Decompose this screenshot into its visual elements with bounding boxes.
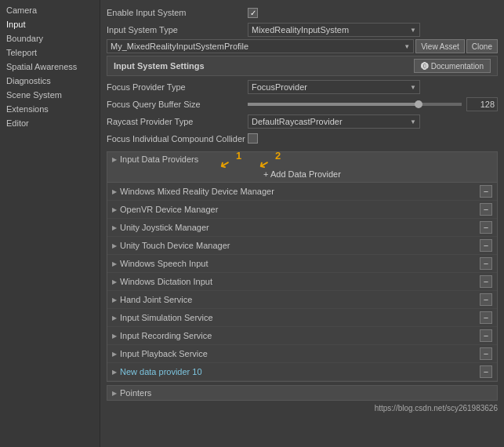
- provider-triangle-icon: ▶: [112, 351, 117, 358]
- provider-triangle-icon: ▶: [112, 242, 117, 249]
- focus-provider-type-dropdown[interactable]: FocusProvider ▼: [248, 80, 420, 94]
- providers-header[interactable]: ▶ Input Data Providers: [107, 152, 497, 166]
- input-system-type-label: Input System Type: [107, 25, 248, 35]
- focus-individual-label: Focus Individual Compound Collider: [107, 134, 248, 144]
- slider-handle-icon: [415, 100, 422, 108]
- provider-remove-new10-button[interactable]: −: [480, 365, 492, 378]
- sidebar-item-teleport[interactable]: Teleport: [0, 45, 100, 60]
- provider-name-dictation: Windows Dictation Input: [120, 277, 480, 286]
- sidebar: Camera Input Boundary Teleport Spatial A…: [0, 0, 100, 447]
- provider-remove-joystick-button[interactable]: −: [480, 221, 492, 234]
- sidebar-item-input[interactable]: Input: [0, 17, 100, 31]
- main-content: Enable Input System ✓ Input System Type …: [100, 0, 504, 447]
- provider-name-handjoint: Hand Joint Service: [120, 295, 480, 304]
- focus-provider-dropdown-arrow-icon: ▼: [410, 84, 416, 91]
- provider-name-simulation: Input Simulation Service: [120, 313, 480, 322]
- add-provider-button[interactable]: + Add Data Provider: [107, 166, 497, 183]
- pointers-header[interactable]: ▶ Pointers: [107, 386, 497, 400]
- pointers-header-label: Pointers: [120, 388, 151, 398]
- profile-dropdown[interactable]: My_MixedRealityInputSystemProfile ▼: [107, 39, 414, 53]
- documentation-button[interactable]: ⓿ Documentation: [414, 59, 491, 73]
- provider-item-speech[interactable]: ▶ Windows Speech Input −: [107, 255, 497, 273]
- provider-item-openvr[interactable]: ▶ OpenVR Device Manager −: [107, 201, 497, 219]
- provider-triangle-icon: ▶: [112, 224, 117, 231]
- raycast-provider-value: DefaultRaycastProvider ▼: [248, 114, 498, 129]
- providers-header-label: Input Data Providers: [120, 154, 198, 164]
- provider-name-wmrdm: Windows Mixed Reality Device Manager: [120, 187, 480, 196]
- view-asset-button[interactable]: View Asset: [415, 39, 465, 53]
- input-system-type-value: MixedRealityInputSystem ▼: [248, 23, 498, 37]
- focus-query-buffer-slider[interactable]: [248, 103, 462, 106]
- provider-name-joystick: Unity Joystick Manager: [120, 223, 480, 232]
- provider-remove-wmrdm-button[interactable]: −: [480, 185, 492, 198]
- raycast-provider-row: Raycast Provider Type DefaultRaycastProv…: [107, 114, 498, 129]
- provider-triangle-icon: ▶: [112, 260, 117, 267]
- input-system-type-dropdown[interactable]: MixedRealityInputSystem ▼: [248, 23, 420, 37]
- focus-query-buffer-label: Focus Query Buffer Size: [107, 100, 248, 109]
- providers-section-wrapper: 1 2 ➜ ➜ ▶ Input Data Providers + Add Dat…: [107, 151, 498, 382]
- provider-item-joystick[interactable]: ▶ Unity Joystick Manager −: [107, 219, 497, 237]
- focus-provider-type-row: Focus Provider Type FocusProvider ▼: [107, 79, 498, 95]
- sidebar-item-scene-system[interactable]: Scene System: [0, 88, 100, 102]
- provider-triangle-icon: ▶: [112, 369, 117, 376]
- provider-item-playback[interactable]: ▶ Input Playback Service −: [107, 345, 497, 363]
- provider-name-touch: Unity Touch Device Manager: [120, 241, 480, 250]
- provider-triangle-icon: ▶: [112, 314, 117, 322]
- provider-remove-dictation-button[interactable]: −: [480, 275, 492, 288]
- sidebar-item-diagnostics[interactable]: Diagnostics: [0, 74, 100, 88]
- slider-fill: [248, 103, 419, 106]
- focus-provider-type-value: FocusProvider ▼: [248, 80, 498, 94]
- provider-name-playback: Input Playback Service: [120, 349, 480, 358]
- providers-section: ▶ Input Data Providers + Add Data Provid…: [107, 151, 498, 382]
- provider-remove-touch-button[interactable]: −: [480, 239, 492, 252]
- provider-item-dictation[interactable]: ▶ Windows Dictation Input −: [107, 273, 497, 291]
- input-system-settings-header: Input System Settings ⓿ Documentation: [107, 56, 498, 76]
- raycast-provider-dropdown[interactable]: DefaultRaycastProvider ▼: [248, 114, 420, 129]
- enable-input-system-value: ✓: [248, 8, 498, 18]
- enable-input-system-label: Enable Input System: [107, 8, 248, 17]
- provider-item-new10[interactable]: 3 ➜ ▶ New data provider 10 −: [107, 363, 497, 381]
- provider-triangle-icon: ▶: [112, 296, 117, 303]
- sidebar-item-camera[interactable]: Camera: [0, 3, 100, 17]
- provider-item-simulation[interactable]: ▶ Input Simulation Service −: [107, 309, 497, 327]
- sidebar-item-extensions[interactable]: Extensions: [0, 102, 100, 116]
- sidebar-item-editor[interactable]: Editor: [0, 116, 100, 130]
- provider-remove-recording-button[interactable]: −: [480, 329, 492, 342]
- focus-query-buffer-row: Focus Query Buffer Size: [107, 96, 498, 112]
- providers-triangle-icon: ▶: [112, 156, 117, 163]
- raycast-dropdown-arrow-icon: ▼: [410, 118, 416, 125]
- enable-input-system-checkbox[interactable]: ✓: [248, 8, 258, 18]
- provider-triangle-icon: ▶: [112, 333, 117, 340]
- provider-triangle-icon: ▶: [112, 278, 117, 285]
- input-system-type-row: Input System Type MixedRealityInputSyste…: [107, 22, 498, 38]
- pointers-section: ▶ Pointers: [107, 385, 498, 401]
- provider-item-wmrdm[interactable]: ▶ Windows Mixed Reality Device Manager −: [107, 183, 497, 201]
- profile-dropdown-arrow-icon: ▼: [404, 43, 410, 50]
- focus-individual-value: [248, 133, 498, 145]
- provider-item-touch[interactable]: ▶ Unity Touch Device Manager −: [107, 237, 497, 255]
- sidebar-item-boundary[interactable]: Boundary: [0, 31, 100, 45]
- provider-item-handjoint[interactable]: ▶ Hand Joint Service −: [107, 291, 497, 309]
- provider-name-recording: Input Recording Service: [120, 331, 480, 340]
- focus-individual-row: Focus Individual Compound Collider: [107, 131, 498, 147]
- focus-query-buffer-slider-row: [248, 97, 498, 111]
- url-bar: https://blog.csdn.net/scy261983626: [107, 404, 498, 412]
- pointers-triangle-icon: ▶: [112, 390, 117, 397]
- enable-input-system-row: Enable Input System ✓: [107, 5, 498, 20]
- provider-name-speech: Windows Speech Input: [120, 259, 480, 268]
- provider-item-recording[interactable]: ▶ Input Recording Service −: [107, 327, 497, 345]
- raycast-provider-label: Raycast Provider Type: [107, 117, 248, 126]
- provider-remove-handjoint-button[interactable]: −: [480, 293, 492, 306]
- provider-remove-simulation-button[interactable]: −: [480, 311, 492, 324]
- clone-button[interactable]: Clone: [466, 39, 498, 53]
- focus-query-buffer-input[interactable]: [466, 97, 498, 111]
- dropdown-arrow-icon: ▼: [410, 27, 416, 34]
- sidebar-item-spatial-awareness[interactable]: Spatial Awareness: [0, 60, 100, 74]
- provider-remove-openvr-button[interactable]: −: [480, 203, 492, 216]
- focus-individual-checkbox[interactable]: [248, 133, 258, 144]
- provider-remove-playback-button[interactable]: −: [480, 347, 492, 360]
- provider-remove-speech-button[interactable]: −: [480, 257, 492, 270]
- profile-row: My_MixedRealityInputSystemProfile ▼ View…: [107, 39, 498, 53]
- provider-triangle-icon: ▶: [112, 188, 117, 195]
- provider-name-openvr: OpenVR Device Manager: [120, 205, 480, 214]
